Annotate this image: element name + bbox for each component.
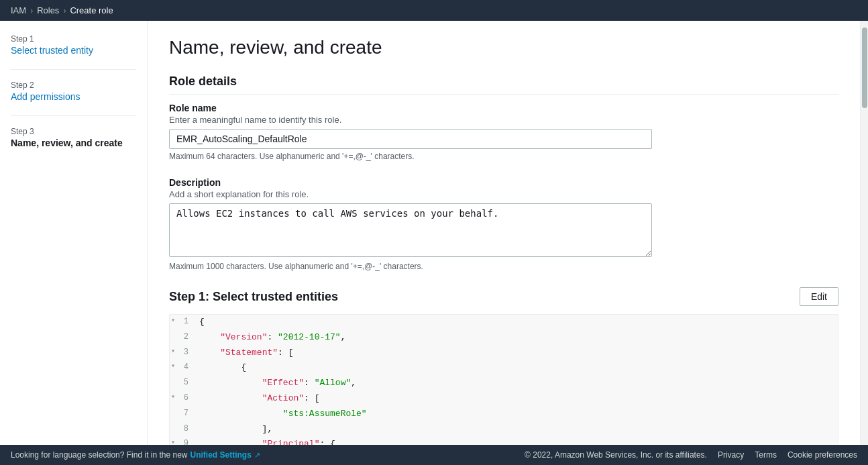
terms-link[interactable]: Terms [755, 450, 777, 460]
step-section-header: Step 1: Select trusted entities Edit [169, 287, 838, 306]
sidebar-step-1: Step 1 Select trusted entity [11, 34, 136, 56]
right-scrollbar[interactable] [860, 21, 868, 445]
sidebar-divider-2 [11, 115, 136, 116]
line-number: ▾9 [170, 437, 197, 445]
step1-section-title: Step 1: Select trusted entities [169, 290, 338, 304]
breadcrumb-iam[interactable]: IAM [11, 5, 26, 15]
page-title: Name, review, and create [169, 37, 838, 58]
content-area: Name, review, and create Role details Ro… [148, 21, 860, 445]
main-layout: Step 1 Select trusted entity Step 2 Add … [0, 21, 868, 445]
sidebar-step-2: Step 2 Add permissions [11, 81, 136, 102]
code-line: ▾3 "Statement": [ [170, 346, 838, 361]
trusted-entities-section: Step 1: Select trusted entities Edit ▾1{… [169, 287, 838, 445]
code-line: ▾4 { [170, 360, 838, 376]
unified-settings-link[interactable]: Unified Settings [191, 450, 252, 460]
bottom-bar-left: Looking for language selection? Find it … [11, 450, 260, 460]
edit-button[interactable]: Edit [800, 287, 838, 306]
privacy-link[interactable]: Privacy [718, 450, 744, 460]
sidebar-step2-title[interactable]: Add permissions [11, 91, 136, 102]
code-content: "Principal": { [197, 437, 335, 445]
role-name-input[interactable] [169, 129, 652, 149]
bottom-bar: Looking for language selection? Find it … [0, 445, 868, 465]
role-details-section: Role details Role name Enter a meaningfu… [169, 74, 838, 271]
sidebar-step1-title[interactable]: Select trusted entity [11, 45, 136, 56]
code-content: "Statement": [ [197, 346, 293, 360]
role-name-hint: Enter a meaningful name to identify this… [169, 115, 838, 125]
line-number: 8 [170, 423, 197, 435]
line-number: ▾4 [170, 361, 197, 374]
copyright-text: © 2022, Amazon Web Services, Inc. or its… [525, 450, 707, 460]
sidebar-step-3: Step 3 Name, review, and create [11, 127, 136, 148]
line-number: ▾6 [170, 392, 197, 405]
cookie-link[interactable]: Cookie preferences [788, 450, 857, 460]
sidebar-step1-label: Step 1 [11, 34, 136, 44]
code-content: "Version": "2012-10-17", [197, 331, 345, 345]
role-name-label: Role name [169, 103, 838, 113]
role-details-heading: Role details [169, 74, 838, 95]
line-number: 5 [170, 376, 197, 389]
code-line: ▾6 "Action": [ [170, 391, 838, 407]
code-content: "Action": [ [197, 392, 319, 406]
code-content: { [197, 315, 205, 329]
line-number: ▾1 [170, 315, 197, 328]
description-hint: Add a short explanation for this role. [169, 189, 838, 199]
sidebar-step3-label: Step 3 [11, 127, 136, 136]
code-line: 7 "sts:AssumeRole" [170, 407, 838, 422]
code-line: 8 ], [170, 422, 838, 437]
code-line: ▾1{ [170, 315, 838, 330]
line-number: ▾3 [170, 346, 197, 359]
description-note: Maximum 1000 characters. Use alphanumeri… [169, 262, 838, 271]
line-number: 2 [170, 331, 197, 344]
description-textarea[interactable] [169, 203, 652, 257]
description-field-group: Description Add a short explanation for … [169, 177, 838, 271]
external-link-icon: ↗ [254, 451, 260, 460]
sidebar-step3-title: Name, review, and create [11, 138, 136, 148]
sidebar-divider-1 [11, 69, 136, 70]
description-label: Description [169, 177, 838, 188]
sidebar-step2-label: Step 2 [11, 81, 136, 90]
code-line: 2 "Version": "2012-10-17", [170, 330, 838, 346]
code-content: ], [197, 423, 272, 437]
breadcrumb-sep-2: › [63, 6, 66, 15]
breadcrumb-roles[interactable]: Roles [37, 5, 59, 15]
breadcrumb-current: Create role [70, 5, 113, 15]
scrollbar-thumb [862, 28, 867, 108]
breadcrumb-bar: IAM › Roles › Create role [0, 0, 868, 21]
code-content: { [197, 361, 246, 375]
code-line: ▾9 "Principal": { [170, 437, 838, 445]
role-name-note: Maximum 64 characters. Use alphanumeric … [169, 152, 838, 161]
bottom-bar-right: © 2022, Amazon Web Services, Inc. or its… [525, 450, 857, 460]
breadcrumb-sep-1: › [30, 6, 33, 15]
code-content: "sts:AssumeRole" [197, 407, 367, 421]
lang-text: Looking for language selection? Find it … [11, 450, 188, 460]
sidebar: Step 1 Select trusted entity Step 2 Add … [0, 21, 148, 445]
line-number: 7 [170, 407, 197, 420]
code-content: "Effect": "Allow", [197, 376, 356, 391]
code-line: 5 "Effect": "Allow", [170, 376, 838, 391]
code-block: ▾1{2 "Version": "2012-10-17",▾3 "Stateme… [169, 314, 838, 445]
role-name-field-group: Role name Enter a meaningful name to ide… [169, 103, 838, 161]
